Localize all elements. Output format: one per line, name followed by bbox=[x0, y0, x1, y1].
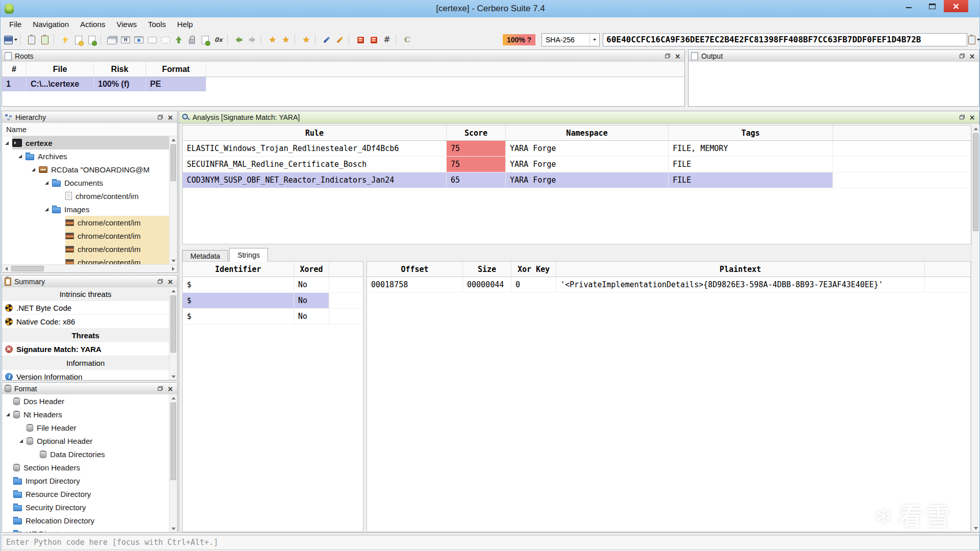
save-button[interactable] bbox=[4, 33, 17, 46]
expanded-arrow-icon[interactable] bbox=[18, 155, 22, 158]
hex-offset-button[interactable]: 0x bbox=[212, 33, 225, 46]
extract-button[interactable] bbox=[173, 33, 185, 46]
format-item-relocation-directory[interactable]: Relocation Directory bbox=[2, 514, 169, 527]
maximize-button[interactable] bbox=[920, 0, 944, 12]
encryption-button[interactable] bbox=[186, 33, 198, 46]
roots-col-format[interactable]: Format bbox=[146, 62, 206, 77]
python-code-input[interactable] bbox=[2, 535, 979, 550]
yara-col-rule[interactable]: Rule bbox=[183, 126, 447, 140]
yara-col-score[interactable]: Score bbox=[447, 126, 506, 140]
scroll-down-button[interactable] bbox=[169, 525, 178, 532]
summary-vertical-scrollbar[interactable] bbox=[169, 287, 177, 380]
string-identifier-row[interactable]: $ No bbox=[183, 277, 363, 293]
menu-actions[interactable]: Actions bbox=[75, 17, 111, 31]
save-report-button[interactable] bbox=[86, 33, 98, 46]
format-vertical-scrollbar[interactable] bbox=[169, 394, 177, 532]
bookmark-jump-button[interactable] bbox=[300, 33, 312, 46]
scroll-up-button[interactable] bbox=[169, 394, 178, 402]
format-float-button[interactable] bbox=[156, 385, 164, 393]
tree-item-image-file[interactable]: chrome/content/im bbox=[2, 256, 169, 264]
format-item-security-directory[interactable]: Security Directory bbox=[2, 500, 169, 514]
format-item-resource-directory[interactable]: Resource Directory bbox=[2, 487, 169, 500]
expanded-arrow-icon[interactable] bbox=[19, 439, 23, 443]
close-button[interactable] bbox=[944, 0, 968, 12]
yara-rule-row[interactable]: ELASTIC_Windows_Trojan_Redlinestealer_4D… bbox=[183, 141, 971, 157]
tree-item-image-file[interactable]: chrome/content/im bbox=[2, 229, 169, 242]
roots-close-button[interactable] bbox=[673, 52, 682, 60]
roots-col-file[interactable]: File bbox=[27, 62, 94, 77]
scan-button[interactable] bbox=[59, 33, 71, 46]
export-file-button[interactable] bbox=[199, 33, 211, 46]
expanded-arrow-icon[interactable] bbox=[45, 181, 48, 185]
format-item-dos-header[interactable]: Dos Header bbox=[2, 394, 169, 408]
forward-button[interactable] bbox=[246, 33, 258, 46]
tree-item-document-file[interactable]: chrome/content/im bbox=[2, 189, 169, 203]
scrollbar-thumb[interactable] bbox=[170, 295, 176, 353]
scroll-left-button[interactable] bbox=[2, 265, 10, 272]
summary-close-button[interactable] bbox=[166, 278, 175, 286]
expanded-arrow-icon[interactable] bbox=[5, 141, 9, 145]
format-item-file-header[interactable]: File Header bbox=[2, 421, 169, 434]
menu-tools[interactable]: Tools bbox=[142, 17, 172, 31]
expanded-arrow-icon[interactable] bbox=[32, 168, 35, 171]
summary-item-native-code[interactable]: Native Code: x86 bbox=[2, 315, 169, 329]
hash-value-field[interactable]: 60E40CCFC16CA9F36DEE7EC2B4E2FC81398FF408… bbox=[603, 33, 967, 46]
expanded-arrow-icon[interactable] bbox=[45, 208, 48, 211]
analysis-float-button[interactable] bbox=[958, 113, 966, 121]
hierarchy-close-button[interactable] bbox=[166, 113, 175, 121]
tab-strings[interactable]: Strings bbox=[229, 248, 268, 262]
analysis-close-button[interactable] bbox=[968, 113, 976, 121]
new-view-button[interactable] bbox=[146, 33, 158, 46]
detail-col-offset[interactable]: Offset bbox=[367, 262, 463, 277]
hierarchy-vertical-scrollbar[interactable] bbox=[169, 136, 177, 264]
combo-dropdown[interactable] bbox=[590, 34, 599, 46]
scrollbar-thumb[interactable] bbox=[11, 266, 44, 271]
format-close-button[interactable] bbox=[166, 385, 175, 393]
open-report-button[interactable] bbox=[72, 33, 85, 46]
copy-button[interactable] bbox=[26, 33, 38, 46]
summary-item-signature-match-yara[interactable]: Signature Match: YARA bbox=[2, 342, 169, 356]
strings-col-identifier[interactable]: Identifier bbox=[183, 262, 294, 277]
tree-item-image-file[interactable]: chrome/content/im bbox=[2, 242, 169, 256]
format-item-data-directories[interactable]: Data Directories bbox=[2, 447, 169, 461]
string-detail-row[interactable]: 00018758 00000044 0 '<PrivateImplementat… bbox=[367, 277, 970, 293]
scrollbar-thumb[interactable] bbox=[170, 403, 176, 480]
select-view-button[interactable] bbox=[159, 33, 172, 46]
risk-percentage-badge[interactable]: 100% ? bbox=[503, 34, 535, 45]
menu-views[interactable]: Views bbox=[111, 17, 142, 31]
output-float-button[interactable] bbox=[958, 52, 966, 60]
bookmark-list-button[interactable] bbox=[280, 33, 292, 46]
scrollbar-thumb[interactable] bbox=[973, 133, 978, 231]
format-item-optional-header[interactable]: Optional Header bbox=[2, 434, 169, 447]
roots-row[interactable]: 1 C:\...\certexe 100% (f) PE bbox=[2, 77, 684, 91]
minimize-button[interactable] bbox=[897, 0, 920, 12]
format-item-iat-directory[interactable]: IAT Directory bbox=[2, 527, 169, 532]
scroll-up-button[interactable] bbox=[972, 125, 980, 132]
hex-view-button[interactable] bbox=[119, 33, 132, 46]
paste-button[interactable] bbox=[39, 33, 51, 46]
tree-item-images[interactable]: Images bbox=[2, 203, 169, 216]
tree-item-archives[interactable]: Archives bbox=[2, 149, 169, 163]
roots-col-num[interactable]: # bbox=[2, 62, 27, 77]
stacked-windows-button[interactable] bbox=[106, 33, 118, 46]
format-item-import-directory[interactable]: Import Directory bbox=[2, 474, 169, 487]
copy-hash-button[interactable] bbox=[968, 33, 980, 46]
hierarchy-float-button[interactable] bbox=[156, 113, 164, 121]
highlight-alt-button[interactable] bbox=[368, 33, 380, 46]
bookmark-button[interactable] bbox=[266, 33, 279, 46]
web-view-button[interactable] bbox=[133, 33, 145, 46]
format-item-nt-headers[interactable]: Nt Headers bbox=[2, 408, 169, 421]
summary-float-button[interactable] bbox=[156, 278, 164, 286]
highlight-button[interactable] bbox=[354, 33, 366, 46]
expanded-arrow-icon[interactable] bbox=[6, 413, 10, 416]
strings-col-xored[interactable]: Xored bbox=[294, 262, 329, 277]
yara-rule-row-selected[interactable]: COD3NYM_SUSP_OBF_NET_Reactor_Indicators_… bbox=[183, 172, 971, 188]
edit-pen-button[interactable] bbox=[321, 33, 333, 46]
string-identifier-row[interactable]: $ No bbox=[183, 309, 363, 324]
yara-col-tags[interactable]: Tags bbox=[669, 126, 833, 140]
scroll-down-button[interactable] bbox=[972, 524, 980, 532]
tree-item-rcdata[interactable]: RCData "ONBOARDING@M bbox=[2, 163, 169, 176]
yara-rule-row[interactable]: SECUINFRA_MAL_Redline_Certificate_Bosch … bbox=[183, 157, 971, 172]
string-identifier-row-selected[interactable]: $ No bbox=[183, 293, 363, 309]
edit-pencil-button[interactable] bbox=[334, 33, 346, 46]
